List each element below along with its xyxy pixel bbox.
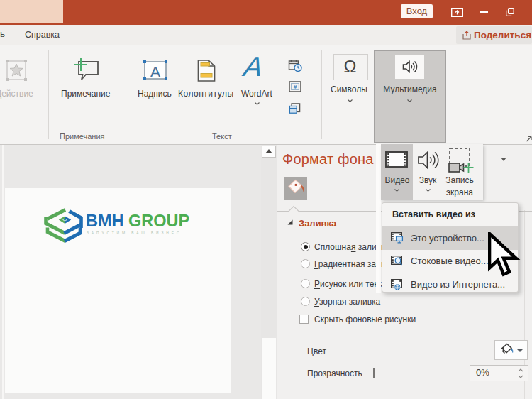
svg-text:BMH: BMH <box>86 212 124 230</box>
svg-text:A: A <box>150 63 160 80</box>
svg-text:#: # <box>294 84 297 90</box>
svg-text:ЗАПУСТИМ ВАШ БИЗНЕС: ЗАПУСТИМ ВАШ БИЗНЕС <box>87 231 182 235</box>
svg-text:GROUP: GROUP <box>128 212 189 230</box>
